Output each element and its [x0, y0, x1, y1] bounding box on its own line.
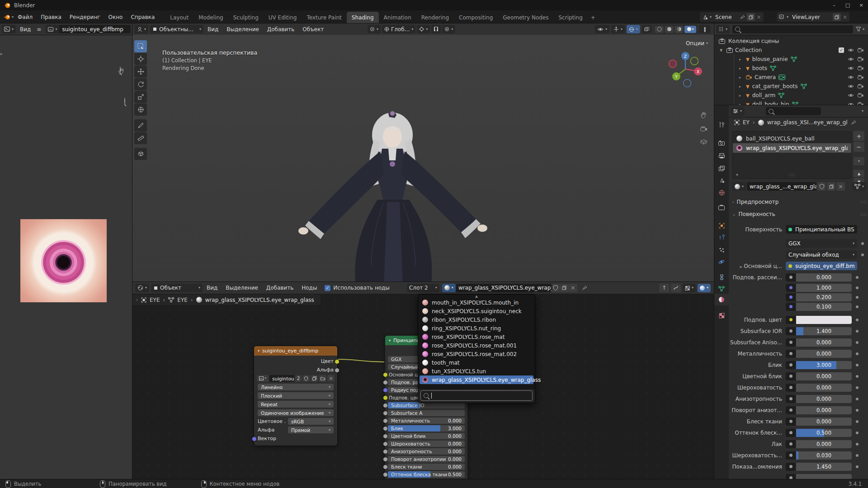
- material-unlink-button[interactable]: ×: [836, 182, 845, 191]
- overlays-dropdown[interactable]: ▾: [627, 25, 640, 33]
- material-name-field[interactable]: wrap_glass_...e_wrap_glass: [747, 182, 816, 191]
- disable-render-camera-icon[interactable]: [858, 93, 863, 98]
- workspace-tab[interactable]: Modeling: [193, 12, 228, 23]
- shading-rendered-button[interactable]: ▾: [684, 26, 696, 33]
- bsdf-field[interactable]: Subsurface A: [388, 410, 465, 416]
- hide-eye-icon[interactable]: [848, 57, 854, 61]
- link-target-dropdown[interactable]: ▾: [852, 182, 866, 191]
- pivot-dropdown[interactable]: ▾: [368, 25, 381, 33]
- slot-dropdown[interactable]: Слот 2▾: [407, 284, 439, 292]
- property-slider[interactable]: 0.000: [796, 372, 852, 380]
- shading-material-button[interactable]: [675, 26, 684, 33]
- viewport-camera-icon[interactable]: [700, 126, 708, 132]
- bsdf-field[interactable]: Металличность 0.000: [388, 418, 465, 424]
- menu-item[interactable]: Правка: [37, 14, 66, 20]
- input-socket[interactable]: [383, 395, 388, 400]
- properties-search-input[interactable]: [766, 107, 821, 115]
- material-list-item[interactable]: tooth_mat: [420, 358, 533, 367]
- viewport-menu-item[interactable]: Объект: [298, 26, 328, 33]
- material-list-item[interactable]: mouth_in_XSIPOLYCLS.mouth_in: [420, 298, 533, 307]
- input-socket[interactable]: [383, 434, 388, 439]
- expand-icon[interactable]: ▸: [737, 94, 743, 98]
- object-name[interactable]: boots: [752, 65, 767, 71]
- expand-icon[interactable]: ▸: [737, 66, 743, 70]
- bsdf-field[interactable]: Оттенок блеска ткани 0.500: [388, 471, 465, 478]
- expand-icon[interactable]: ▸: [737, 57, 743, 61]
- property-slider[interactable]: 0.000: [796, 418, 852, 426]
- menu-item[interactable]: Рендеринг: [66, 14, 104, 20]
- tool-add-cube[interactable]: [134, 148, 147, 160]
- property-slider[interactable]: 0.000: [796, 440, 852, 448]
- viewlayer-name[interactable]: ViewLayer: [790, 14, 831, 20]
- scene-copy-button[interactable]: [747, 13, 755, 21]
- input-socket[interactable]: [383, 426, 388, 431]
- tab-output[interactable]: [714, 150, 729, 162]
- shading-solid-button[interactable]: [665, 26, 674, 33]
- disable-render-camera-icon[interactable]: [858, 57, 863, 61]
- outliner-editor-type-button[interactable]: ▾: [716, 25, 730, 33]
- tab-modifiers[interactable]: [714, 231, 729, 243]
- workspace-tab[interactable]: UV Editing: [264, 12, 302, 23]
- snap-target-dropdown[interactable]: ▾: [417, 25, 430, 33]
- tab-render[interactable]: [714, 137, 729, 149]
- image-texture-node[interactable]: ▾suigintou_eye_diffbmp Цвет Альфа ▾ suig…: [254, 346, 338, 446]
- slot-list-expand-icon[interactable]: ▸: [736, 172, 739, 177]
- scene-name[interactable]: Scene: [713, 14, 738, 20]
- properties-pin-icon[interactable]: [851, 120, 856, 125]
- tool-scale[interactable]: [134, 91, 147, 103]
- bsdf-row[interactable]: Блик 3.000: [385, 424, 467, 432]
- viewport-zoom-icon[interactable]: [124, 98, 125, 105]
- material-copy-button[interactable]: [827, 182, 835, 191]
- disable-render-camera-icon[interactable]: [858, 84, 863, 89]
- surface-panel-header[interactable]: ⌄Поверхность ∷∷: [729, 209, 868, 219]
- slot-specials-menu[interactable]: ▾: [854, 157, 864, 165]
- bsdf-row[interactable]: Поворот анизотропии 0.000: [385, 455, 467, 463]
- disable-render-camera-icon[interactable]: [858, 66, 863, 70]
- scene-widget[interactable]: ▾ Scene ×: [700, 12, 764, 22]
- material-list-item[interactable]: ribon_XSIPOLYCLS.ribon: [420, 315, 533, 324]
- tool-annotate[interactable]: [134, 119, 147, 131]
- image-pan-hand-icon[interactable]: [118, 68, 125, 75]
- object-name[interactable]: cat_garter_boots: [752, 83, 798, 89]
- menu-item[interactable]: Файл: [14, 14, 37, 20]
- viewlayer-delete-button[interactable]: ×: [843, 14, 847, 20]
- material-browse-button[interactable]: ▾: [732, 182, 746, 191]
- input-socket[interactable]: [383, 380, 388, 385]
- object-name[interactable]: Camera: [755, 74, 776, 80]
- fake-user-shield-icon[interactable]: [817, 182, 826, 191]
- options-button[interactable]: Опции▾: [686, 40, 708, 47]
- bsdf-row[interactable]: Лак 0.000: [385, 478, 467, 479]
- collection-row[interactable]: ▼ Collection ✓: [714, 46, 868, 55]
- tool-select-box[interactable]: [134, 40, 147, 52]
- material-unlink-button[interactable]: ×: [569, 284, 577, 292]
- viewport-pan-hand-icon[interactable]: [700, 112, 708, 118]
- shader-menu-item[interactable]: Вид: [203, 285, 222, 291]
- image-view-menu[interactable]: Вид: [16, 26, 35, 33]
- bsdf-field[interactable]: Шероховатость 0.000: [388, 441, 465, 447]
- property-slider[interactable]: 0.000: [796, 338, 852, 347]
- material-list-item[interactable]: rose_XSIPOLYCLS.rose_mat: [420, 333, 533, 341]
- subsurface-color-swatch[interactable]: [796, 316, 852, 324]
- subsurface-slider[interactable]: 0.000: [796, 273, 852, 282]
- bsdf-row[interactable]: Шероховатость 0.000: [385, 440, 467, 447]
- blender-icon[interactable]: [3, 14, 11, 20]
- tool-transform[interactable]: [134, 103, 147, 116]
- hide-eye-icon[interactable]: [848, 48, 854, 52]
- expand-icon[interactable]: ▸: [737, 75, 743, 80]
- viewport-menu-item[interactable]: Вид: [203, 26, 222, 33]
- tab-material[interactable]: [714, 294, 729, 305]
- colorspace-dropdown[interactable]: sRGB▾: [288, 418, 334, 425]
- input-socket[interactable]: [383, 449, 388, 454]
- vector-socket[interactable]: [252, 436, 257, 441]
- bsdf-field[interactable]: Анизотропность 0.000: [388, 448, 465, 455]
- breadcrumb-object[interactable]: EY: [743, 119, 750, 126]
- input-socket[interactable]: [383, 465, 388, 469]
- tool-cursor[interactable]: [134, 53, 147, 65]
- hide-eye-icon[interactable]: [848, 66, 854, 70]
- image-datablock-button[interactable]: ▾: [46, 25, 59, 33]
- property-slider[interactable]: 1.450: [796, 463, 852, 471]
- image-name[interactable]: suigintou_e...: [269, 375, 294, 382]
- expand-icon[interactable]: ▸: [737, 84, 743, 89]
- go-parent-node-button[interactable]: ↑: [659, 284, 669, 292]
- shading-wireframe-button[interactable]: [655, 26, 664, 33]
